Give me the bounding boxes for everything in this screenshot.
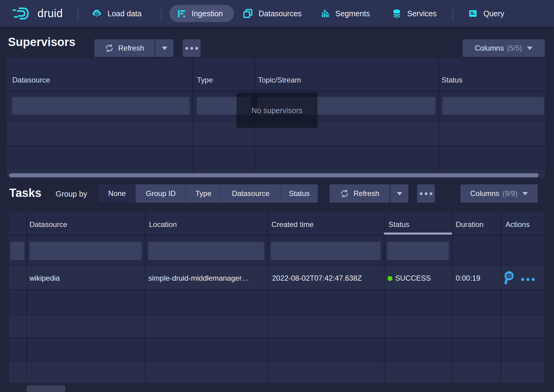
- task-datasource-cell: wikipedia: [29, 274, 60, 282]
- tasks-columns-button[interactable]: Columns (9/9): [460, 184, 538, 203]
- supervisors-columns-count: (5/5): [507, 44, 522, 52]
- task-location-cell: simple-druid-middlemanager…: [148, 274, 249, 282]
- tasks-filter-location[interactable]: [148, 241, 264, 260]
- cloud-upload-icon: [92, 8, 102, 19]
- group-by-none-button[interactable]: None: [99, 184, 136, 203]
- nav-load-data-label: Load data: [107, 9, 142, 18]
- datasources-icon: [243, 8, 253, 19]
- chevron-down-icon: [162, 47, 167, 50]
- chevron-down-icon: [522, 192, 528, 195]
- task-duration-cell: 0:00:19: [456, 274, 480, 282]
- tasks-refresh-button[interactable]: Refresh: [330, 184, 390, 203]
- chevron-down-icon: [527, 47, 533, 50]
- group-by-datasource-button[interactable]: Datasource: [221, 184, 281, 203]
- supervisors-empty-state: No supervisors: [236, 93, 318, 128]
- task-created-time-cell: 2022-08-02T07:42:47.638Z: [272, 274, 362, 282]
- table-row: [9, 314, 544, 337]
- supervisors-header-datasource[interactable]: Datasource: [12, 76, 50, 84]
- nav-divider: [78, 7, 78, 20]
- supervisors-header-topic-stream[interactable]: Topic/Stream: [258, 76, 301, 84]
- nav-segments[interactable]: Segments: [321, 0, 370, 27]
- status-success-dot: [388, 276, 392, 281]
- nav-segments-label: Segments: [335, 9, 370, 18]
- supervisors-header-status[interactable]: Status: [442, 76, 462, 84]
- logo-text: druid: [37, 7, 63, 20]
- table-row: [9, 361, 544, 383]
- supervisors-title: Supervisors: [8, 36, 76, 49]
- query-icon: [468, 9, 478, 18]
- nav-ingestion[interactable]: Ingestion: [170, 5, 234, 22]
- supervisors-more-button[interactable]: [183, 39, 201, 57]
- task-status-cell: SUCCESS: [388, 274, 431, 282]
- supervisors-filter-status[interactable]: [442, 96, 544, 115]
- supervisors-columns-button[interactable]: Columns (5/5): [462, 39, 545, 57]
- nav-services[interactable]: Services: [392, 0, 437, 27]
- task-actions-button[interactable]: [521, 278, 535, 281]
- tasks-group-by-label: Group by: [56, 190, 87, 198]
- tasks-refresh-caret-button[interactable]: [390, 184, 408, 203]
- tasks-header-datasource[interactable]: Datasource: [29, 220, 67, 229]
- tasks-filter-status[interactable]: [387, 241, 449, 260]
- tasks-table: Datasource Location Created time Status …: [9, 212, 544, 383]
- nav-datasources[interactable]: Datasources: [243, 0, 302, 27]
- refresh-icon: [340, 189, 349, 198]
- tasks-more-button[interactable]: [417, 184, 435, 203]
- druid-logo-mark: [12, 6, 33, 21]
- nav-query-label: Query: [483, 9, 504, 18]
- tasks-header-created-time[interactable]: Created time: [271, 220, 314, 229]
- supervisors-filter-datasource[interactable]: [12, 96, 190, 115]
- tasks-header-location[interactable]: Location: [149, 220, 177, 229]
- druid-logo[interactable]: druid: [12, 0, 63, 27]
- tasks-header-actions[interactable]: Actions: [505, 220, 530, 229]
- nav-ingestion-label: Ingestion: [192, 9, 223, 18]
- nav-divider: [453, 7, 453, 20]
- group-by-group-id-button[interactable]: Group ID: [136, 184, 186, 203]
- nav-load-data[interactable]: Load data: [92, 0, 142, 27]
- refresh-icon: [105, 44, 114, 53]
- group-by-type-button[interactable]: Type: [186, 184, 221, 203]
- supervisors-hscrollbar-track[interactable]: [7, 173, 545, 178]
- supervisors-columns-label: Columns: [475, 44, 504, 52]
- group-by-status-button[interactable]: Status: [281, 184, 318, 203]
- sort-indicator-status: [384, 233, 452, 235]
- supervisors-refresh-label: Refresh: [118, 44, 144, 52]
- supervisors-empty-message: No supervisors: [252, 106, 303, 115]
- tasks-refresh-label: Refresh: [353, 189, 379, 198]
- nav-divider: [161, 7, 162, 20]
- druid-console: druid Load data Ingestion: [0, 0, 554, 392]
- navbar: druid Load data Ingestion: [0, 0, 554, 27]
- more-icon: [185, 47, 198, 50]
- nav-services-label: Services: [407, 9, 437, 18]
- ingestion-icon: [177, 9, 187, 18]
- supervisors-table: Datasource Type Topic/Stream Status No s…: [7, 58, 545, 178]
- tasks-filter-datasource[interactable]: [29, 241, 142, 260]
- tasks-header-status[interactable]: Status: [388, 220, 409, 229]
- tasks-group-by-segmented: None Group ID Type Datasource Status: [99, 184, 318, 203]
- tasks-filter-created-time[interactable]: [271, 241, 381, 260]
- nav-query[interactable]: Query: [468, 0, 504, 27]
- chevron-down-icon: [397, 192, 402, 195]
- supervisors-refresh-button[interactable]: Refresh: [94, 39, 154, 57]
- services-icon: [392, 9, 402, 18]
- supervisors-hscrollbar-thumb[interactable]: [9, 173, 539, 177]
- tasks-title: Tasks: [9, 186, 41, 200]
- table-row: [7, 169, 545, 173]
- tasks-columns-count: (9/9): [502, 189, 517, 198]
- tasks-filter-first-column[interactable]: [10, 241, 25, 260]
- nav-datasources-label: Datasources: [259, 9, 302, 18]
- more-icon: [420, 192, 432, 195]
- supervisors-header-type[interactable]: Type: [197, 76, 213, 84]
- segments-icon: [321, 9, 330, 18]
- tasks-header-duration[interactable]: Duration: [456, 220, 484, 229]
- tasks-columns-label: Columns: [470, 189, 499, 198]
- supervisors-refresh-caret-button[interactable]: [155, 39, 174, 57]
- magnifier-icon: [502, 270, 515, 284]
- tasks-hscrollbar-thumb[interactable]: [26, 385, 65, 392]
- task-detail-button[interactable]: [502, 270, 515, 284]
